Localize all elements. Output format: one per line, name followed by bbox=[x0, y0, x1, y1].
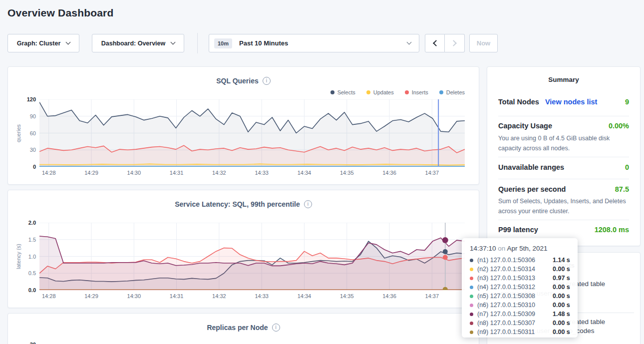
x-tick-label: 14:32 bbox=[212, 170, 226, 176]
x-tick-label: 14:34 bbox=[298, 170, 312, 176]
node-latency-value: 0.00 s bbox=[553, 320, 570, 327]
divider bbox=[498, 157, 629, 157]
capacity-usage-description: You are using 0 B of 4.5 GiB usable disk… bbox=[498, 133, 630, 153]
time-forward-button[interactable] bbox=[445, 34, 465, 52]
info-icon[interactable]: i bbox=[304, 200, 312, 208]
legend-label: Inserts bbox=[412, 89, 428, 95]
tooltip-row: (n5) 127.0.0.1:503080.00 s bbox=[470, 292, 578, 301]
x-tick-label: 14:36 bbox=[382, 170, 396, 176]
replicas-partial-ytick: 30 bbox=[8, 342, 36, 344]
time-range-dropdown[interactable]: 10m Past 10 Minutes bbox=[209, 34, 419, 52]
x-tick-label: 14:34 bbox=[298, 293, 312, 299]
legend-label: Selects bbox=[337, 89, 355, 95]
x-tick-label: 14:30 bbox=[127, 293, 141, 299]
divider bbox=[498, 220, 629, 220]
x-tick-label: 14:37 bbox=[425, 170, 439, 176]
tooltip-timestamp: 14:37:10 on Apr 5th, 2021 bbox=[470, 245, 578, 252]
divider bbox=[498, 116, 629, 116]
x-tick-label: 14:33 bbox=[255, 293, 269, 299]
queries-per-second-value: 87.5 bbox=[615, 185, 629, 193]
x-tick-label: 14:36 bbox=[382, 293, 396, 299]
chevron-down-icon bbox=[407, 40, 412, 45]
service-latency-svg bbox=[39, 223, 465, 290]
node-color-dot bbox=[470, 331, 473, 334]
y-tick-label: 1.0 bbox=[8, 254, 36, 260]
page-title: Overview Dashboard bbox=[7, 7, 114, 19]
tooltip-row: (n8) 127.0.0.1:503070.00 s bbox=[470, 319, 578, 328]
x-tick-label: 14:29 bbox=[84, 170, 98, 176]
x-tick-label: 14:35 bbox=[340, 293, 354, 299]
queries-per-second-label: Queries per second bbox=[498, 185, 566, 193]
tooltip-rows: (n1) 127.0.0.1:503061.14 s(n2) 127.0.0.1… bbox=[470, 256, 578, 337]
total-nodes-label: Total Nodes bbox=[498, 98, 539, 106]
node-color-dot bbox=[470, 322, 473, 325]
node-latency-value: 0.00 s bbox=[553, 329, 570, 336]
legend-item-deletes[interactable]: Deletes bbox=[439, 89, 465, 95]
node-address: (n1) 127.0.0.1:50306 bbox=[477, 257, 553, 264]
node-latency-value: 1.48 s bbox=[553, 311, 570, 318]
p99-latency-value: 1208.0 ms bbox=[595, 226, 629, 234]
capacity-usage-label: Capacity Usage bbox=[498, 122, 552, 130]
view-nodes-list-link[interactable]: View nodes list bbox=[545, 98, 598, 106]
node-address: (n3) 127.0.0.1:50313 bbox=[477, 275, 553, 282]
y-tick-label: 2.0 bbox=[8, 220, 36, 226]
latency-x-axis-ticks: 14:2814:2914:3014:3114:3214:3314:3414:35… bbox=[39, 293, 465, 300]
tooltip-row: (n3) 127.0.0.1:503130.97 s bbox=[470, 274, 578, 283]
x-tick-label: 14:31 bbox=[170, 170, 184, 176]
y-tick-label: 60 bbox=[8, 130, 36, 136]
tooltip-row: (n2) 127.0.0.1:503140.00 s bbox=[470, 265, 578, 274]
info-icon[interactable]: i bbox=[272, 324, 280, 332]
info-icon[interactable]: i bbox=[263, 77, 271, 85]
node-color-dot bbox=[470, 259, 473, 262]
node-address: (n9) 127.0.0.1:50311 bbox=[477, 329, 553, 336]
chevron-left-icon bbox=[433, 40, 439, 46]
y-tick-label: 0.5 bbox=[8, 270, 36, 276]
y-tick-label: 0 bbox=[8, 164, 36, 170]
y-tick-label: 30 bbox=[8, 147, 36, 153]
node-address: (n5) 127.0.0.1:50308 bbox=[477, 293, 553, 300]
x-tick-label: 14:31 bbox=[170, 293, 184, 299]
legend-item-selects[interactable]: Selects bbox=[330, 89, 355, 95]
divider bbox=[498, 179, 629, 179]
y-tick-label: 0.0 bbox=[8, 287, 36, 293]
p99-latency-label: P99 latency bbox=[498, 226, 538, 234]
graph-dropdown[interactable]: Graph: Cluster bbox=[7, 34, 79, 52]
node-latency-value: 1.14 s bbox=[553, 257, 570, 264]
sql-queries-svg bbox=[39, 99, 465, 167]
chart-hover-tooltip: 14:37:10 on Apr 5th, 2021 (n1) 127.0.0.1… bbox=[462, 238, 578, 338]
time-range-badge: 10m bbox=[214, 38, 232, 48]
service-latency-plot[interactable] bbox=[39, 223, 465, 290]
time-range-label: Past 10 Minutes bbox=[239, 39, 407, 47]
sql-queries-card: SQL Queriesi SelectsUpdatesInsertsDelete… bbox=[7, 66, 479, 185]
tooltip-time: 14:37:10 bbox=[470, 245, 496, 252]
summary-header: Summary bbox=[487, 76, 640, 83]
sql-queries-plot[interactable] bbox=[39, 99, 465, 167]
y-tick-label: 120 bbox=[8, 96, 36, 102]
legend-item-updates[interactable]: Updates bbox=[366, 89, 394, 95]
node-address: (n8) 127.0.0.1:50307 bbox=[477, 320, 553, 327]
node-color-dot bbox=[470, 295, 473, 298]
legend-label: Deletes bbox=[446, 89, 465, 95]
sql-x-axis-ticks: 14:2814:2914:3014:3114:3214:3314:3414:35… bbox=[39, 170, 465, 177]
node-color-dot bbox=[470, 286, 473, 289]
tooltip-on: on bbox=[498, 245, 505, 252]
node-address: (n4) 127.0.0.1:50312 bbox=[477, 284, 553, 291]
x-tick-label: 14:37 bbox=[425, 293, 439, 299]
legend-dot bbox=[330, 90, 334, 94]
node-latency-value: 0.00 s bbox=[553, 302, 570, 309]
node-address: (n6) 127.0.0.1:50310 bbox=[477, 302, 553, 309]
legend-label: Updates bbox=[373, 89, 394, 95]
legend-item-inserts[interactable]: Inserts bbox=[405, 89, 428, 95]
node-address: (n7) 127.0.0.1:50309 bbox=[477, 311, 553, 318]
tooltip-date: Apr 5th, 2021 bbox=[507, 245, 547, 252]
tooltip-row: (n1) 127.0.0.1:503061.14 s bbox=[470, 256, 578, 265]
node-color-dot bbox=[470, 304, 473, 307]
chevron-right-icon bbox=[450, 40, 457, 46]
x-tick-label: 14:28 bbox=[42, 293, 56, 299]
y-tick-label: 1.5 bbox=[8, 237, 36, 243]
replicas-per-node-title: Replicas per Node bbox=[207, 324, 268, 332]
dashboard-dropdown[interactable]: Dashboard: Overview bbox=[92, 34, 184, 52]
node-latency-value: 0.00 s bbox=[553, 284, 570, 291]
now-button[interactable]: Now bbox=[469, 34, 498, 52]
time-back-button[interactable] bbox=[425, 34, 445, 52]
